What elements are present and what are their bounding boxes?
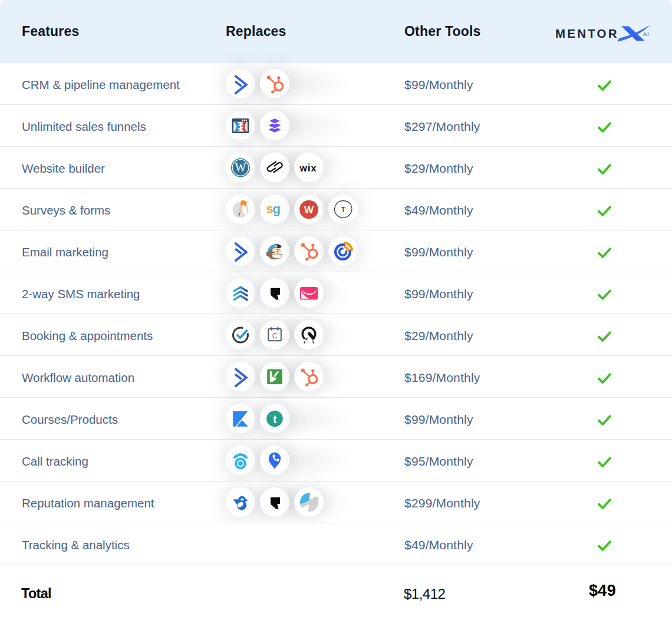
svg-text:MENTOR: MENTOR [555,27,619,40]
svg-text:T: T [341,205,345,214]
svg-text:w: w [299,163,308,173]
svg-text:x: x [311,163,317,173]
svg-text:AI: AI [643,31,649,37]
svg-text:t: t [273,413,277,426]
svg-text:g: g [273,202,281,216]
svg-text:W: W [235,161,246,174]
svg-text:W: W [304,205,314,216]
svg-text:C: C [272,332,278,340]
